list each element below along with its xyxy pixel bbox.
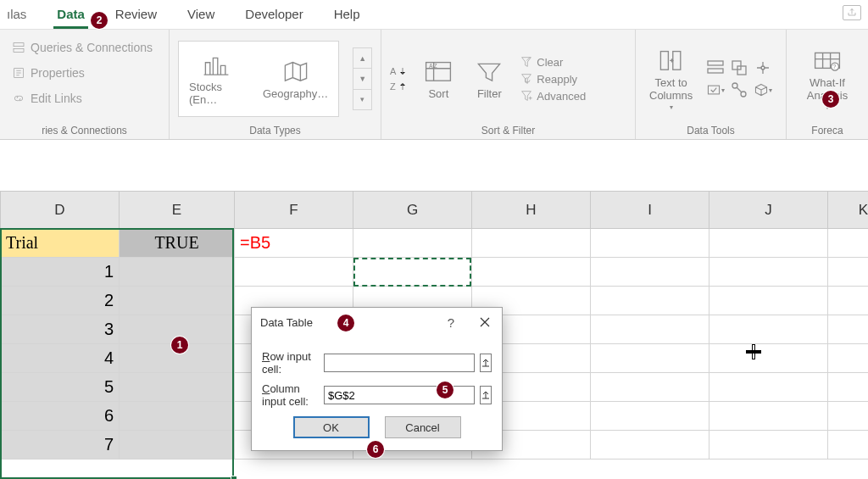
cell[interactable]: 2	[1, 287, 120, 315]
cell[interactable]	[709, 373, 828, 402]
col-header[interactable]: H	[472, 192, 591, 229]
selection-handle[interactable]	[231, 476, 237, 479]
tab-help[interactable]: Help	[319, 0, 376, 29]
group-queries: Queries & Connections Properties Edit Li…	[0, 30, 170, 139]
cell-F-formula[interactable]: =B5	[235, 229, 353, 258]
text-to-columns-button[interactable]: Text to Columns ▾	[644, 44, 698, 114]
cell[interactable]	[591, 315, 709, 344]
col-header[interactable]: K	[828, 192, 869, 229]
cell[interactable]	[828, 229, 869, 258]
ok-button[interactable]: OK	[293, 416, 370, 438]
cell[interactable]	[709, 229, 828, 258]
edit-links-button[interactable]: Edit Links	[8, 89, 86, 108]
datatypes-scroll[interactable]: ▲▼▾	[353, 47, 372, 110]
filter-button[interactable]: Filter	[469, 55, 509, 103]
col-header[interactable]: E	[120, 192, 235, 229]
tab-review[interactable]: Review	[100, 0, 172, 29]
cell[interactable]	[709, 258, 828, 287]
cell[interactable]: 7	[1, 431, 120, 460]
properties-button[interactable]: Properties	[8, 64, 88, 82]
advanced-button[interactable]: Advanced	[520, 89, 586, 103]
cell[interactable]: 3	[1, 315, 120, 344]
svg-rect-9	[732, 61, 741, 70]
label: Properties	[31, 66, 85, 80]
svg-text:A Z: A Z	[430, 63, 438, 69]
cell[interactable]	[472, 229, 591, 258]
tab-formulas-cut[interactable]: ılas	[0, 0, 42, 29]
cell[interactable]	[709, 344, 828, 373]
tab-developer[interactable]: Developer	[230, 0, 318, 29]
flash-fill-icon[interactable]	[706, 58, 725, 77]
row-refpicker-button[interactable]	[480, 354, 492, 372]
cell[interactable]: 5	[1, 373, 120, 402]
label: Queries & Connections	[31, 41, 153, 54]
cancel-button[interactable]: Cancel	[385, 416, 461, 438]
col-header[interactable]: J	[709, 192, 828, 229]
col-header[interactable]: G	[353, 192, 472, 229]
cell[interactable]	[828, 344, 869, 373]
svg-rect-0	[14, 43, 24, 47]
cell[interactable]	[591, 287, 709, 315]
cell[interactable]	[828, 258, 869, 287]
data-model-icon[interactable]: ▾	[754, 81, 772, 99]
cell[interactable]	[120, 431, 235, 460]
ribbon: Queries & Connections Properties Edit Li…	[0, 30, 868, 140]
col-header[interactable]: F	[235, 192, 353, 229]
cell[interactable]	[591, 373, 709, 402]
cell[interactable]	[828, 287, 869, 315]
data-validation-icon[interactable]: ▾	[706, 81, 725, 99]
cell[interactable]	[235, 258, 353, 287]
sort-button[interactable]: A Z Sort	[418, 55, 459, 103]
cell[interactable]	[591, 344, 709, 373]
cell[interactable]	[709, 402, 828, 431]
geography-button[interactable]: Geography…	[258, 55, 333, 103]
cell[interactable]	[709, 431, 828, 460]
dialog-close-button[interactable]	[468, 308, 502, 337]
reapply-button[interactable]: Reapply	[520, 72, 586, 86]
cell-E-header[interactable]: TRUE	[120, 229, 235, 258]
col-input-label: Column input cell:	[262, 382, 319, 408]
cell[interactable]	[828, 315, 869, 344]
queries-connections-button[interactable]: Queries & Connections	[8, 38, 156, 57]
data-tools-grid: ▾ ▾	[706, 58, 772, 99]
cell[interactable]	[591, 258, 709, 287]
cell[interactable]	[591, 431, 709, 460]
cell[interactable]: 6	[1, 402, 120, 431]
dialog-titlebar[interactable]: Data Table ?	[252, 308, 502, 337]
cell[interactable]	[120, 287, 235, 315]
cell[interactable]	[828, 402, 869, 431]
relationships-icon[interactable]	[730, 81, 748, 99]
cell-D-header[interactable]: Trial	[1, 229, 120, 258]
col-refpicker-button[interactable]	[480, 386, 492, 404]
cell[interactable]	[828, 373, 869, 402]
ribbon-tabs: ılas Data Review View Developer Help	[0, 0, 868, 30]
cell[interactable]	[120, 258, 235, 287]
cell[interactable]	[353, 229, 472, 258]
cell[interactable]	[709, 315, 828, 344]
svg-rect-6	[672, 52, 680, 70]
row-input-cell-field[interactable]	[324, 354, 475, 372]
cell[interactable]	[353, 258, 472, 287]
cell-cursor-icon	[746, 344, 761, 359]
stocks-button[interactable]: Stocks (En…	[184, 48, 249, 109]
cell[interactable]	[472, 258, 591, 287]
cell[interactable]	[120, 373, 235, 402]
cell[interactable]	[591, 229, 709, 258]
svg-text:?: ?	[832, 63, 836, 70]
share-icon[interactable]	[843, 5, 861, 20]
cell[interactable]	[120, 402, 235, 431]
cell[interactable]: 4	[1, 344, 120, 373]
consolidate-icon[interactable]	[754, 58, 772, 77]
dialog-help-button[interactable]: ?	[434, 308, 468, 337]
cell[interactable]	[591, 402, 709, 431]
clear-button[interactable]: Clear	[520, 55, 586, 69]
cell[interactable]	[828, 431, 869, 460]
remove-duplicates-icon[interactable]	[730, 58, 748, 77]
col-header[interactable]: D	[1, 192, 120, 229]
tab-view[interactable]: View	[172, 0, 230, 29]
label: Edit Links	[31, 92, 82, 105]
cell[interactable]: 1	[1, 258, 120, 287]
col-header[interactable]: I	[591, 192, 709, 229]
cell[interactable]	[709, 287, 828, 315]
sort-asc-desc[interactable]: A Z	[390, 66, 408, 92]
